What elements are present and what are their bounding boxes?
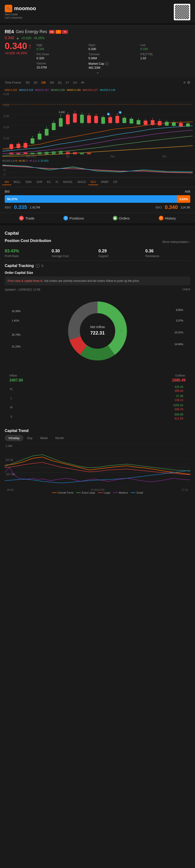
bbo-bid-label: BBO bbox=[5, 206, 11, 209]
tab-mavol[interactable]: MAVOL bbox=[61, 179, 75, 185]
more-interpretation-btn[interactable]: More Interpretation › bbox=[162, 240, 190, 244]
tab-arbr[interactable]: ARBR bbox=[98, 179, 111, 185]
bar-s-label: S bbox=[9, 415, 13, 418]
inflow-outflow: Inflow: 2407.80 Outflow: 1685.49 bbox=[9, 374, 186, 382]
ask-label: Ask bbox=[185, 190, 190, 193]
pct-rightupper: 3.37% bbox=[176, 319, 183, 322]
inflow-item: Inflow: 2407.80 bbox=[9, 374, 23, 382]
bar-l: L 57.88 138.12 bbox=[9, 395, 186, 402]
tab-sar[interactable]: SAR bbox=[34, 179, 45, 185]
price-chart[interactable]: 0.426 0.361 0.295 0.229 0.164 0.098 bbox=[0, 92, 195, 158]
turnover-val: 5.06M bbox=[88, 56, 138, 60]
tf-1d[interactable]: 1D bbox=[32, 80, 39, 85]
bar-xl-outflow-val: 395.04 bbox=[167, 389, 183, 393]
tab-kdj[interactable]: KDJ bbox=[88, 179, 99, 185]
open-val: 0.330 bbox=[88, 47, 138, 51]
cap-share-icon[interactable]: ⎘ bbox=[41, 264, 43, 268]
legend-small-line bbox=[131, 492, 135, 493]
bar-m-outflow-val: 540.70 bbox=[167, 408, 183, 411]
trend-tab-month[interactable]: Month bbox=[51, 435, 68, 441]
stock-change-abs: +0.020 bbox=[21, 36, 31, 40]
history-button[interactable]: ⏱ History bbox=[159, 216, 176, 220]
trend-chart[interactable]: 1.20M 277.7K -217.78K bbox=[5, 444, 190, 487]
positions-icon: ☰ bbox=[63, 216, 68, 220]
bar-s-inflow-val: 868.98 bbox=[167, 413, 183, 416]
tf-1min[interactable]: 1m bbox=[71, 80, 79, 85]
legend-large: Large bbox=[98, 491, 110, 494]
tab-boll[interactable]: BOLL bbox=[11, 179, 23, 185]
tab-cr[interactable]: CR bbox=[111, 179, 120, 185]
position-cost-section: Position Cost Distribution More Interpre… bbox=[5, 239, 190, 258]
qr-code bbox=[174, 4, 190, 20]
stock-stats: High 0.345 Open 0.330 Low 0.330 Pre Clos… bbox=[37, 43, 190, 69]
positions-label: Positions bbox=[70, 216, 84, 220]
list-icon[interactable]: ≡ bbox=[184, 81, 186, 85]
svg-text:▲: ▲ bbox=[119, 112, 121, 114]
resistance-lbl: Resistance bbox=[145, 254, 190, 258]
trade-label: Trade bbox=[25, 216, 34, 220]
cap-info-icon[interactable]: i bbox=[36, 264, 40, 268]
trend-tab-intraday[interactable]: Intraday bbox=[5, 435, 23, 441]
x-labels: 09:50 12:00/13:00 17:16 bbox=[5, 488, 190, 491]
stat-turnover: Turnover 5.06M bbox=[88, 53, 138, 60]
tab-macd[interactable]: MACD bbox=[75, 179, 88, 185]
tab-ma[interactable]: MA bbox=[2, 179, 11, 185]
tab-ic[interactable]: IC bbox=[53, 179, 61, 185]
header: 🐾 moomoo Next trade Let's moomoo bbox=[0, 0, 195, 23]
tagline: Next trade Let's moomoo bbox=[5, 13, 36, 19]
action-bar: ⊘ Trade ☰ Positions 📋 Orders ⏱ History bbox=[0, 213, 195, 223]
positions-button[interactable]: ☰ Positions bbox=[63, 216, 84, 220]
svg-text:50: 50 bbox=[3, 169, 6, 171]
trend-tab-week[interactable]: Week bbox=[36, 435, 51, 441]
legend-medium-label: Medium bbox=[119, 491, 128, 494]
svg-rect-84 bbox=[66, 152, 70, 154]
kdj-chart[interactable]: 80 50 20 bbox=[0, 163, 195, 177]
trade-button[interactable]: ⊘ Trade bbox=[19, 216, 34, 220]
orders-button[interactable]: 📋 Orders bbox=[113, 216, 130, 220]
tab-kc[interactable]: KC bbox=[44, 179, 53, 185]
x-label-mid: 12:00/13:00 bbox=[91, 488, 104, 491]
bbo-right: BBO 0.340 114.3K bbox=[155, 204, 190, 210]
svg-text:1.20M: 1.20M bbox=[6, 445, 12, 447]
position-cost-header: Position Cost Distribution More Interpre… bbox=[5, 239, 190, 245]
low-val: 0.330 bbox=[140, 47, 190, 51]
svg-rect-86 bbox=[80, 153, 84, 154]
ma10: MA10:0.318 bbox=[19, 89, 33, 91]
orders-label: Orders bbox=[119, 216, 130, 220]
tf-4h[interactable]: 4h bbox=[79, 80, 86, 85]
svg-rect-85 bbox=[73, 152, 77, 154]
bbo-bid-price: 0.335 bbox=[14, 204, 27, 210]
updated-text: Updated：12/09/2021 12:58 bbox=[5, 288, 40, 292]
tf-1m[interactable]: 1M bbox=[47, 80, 55, 85]
price-arrow: ▲ bbox=[16, 36, 19, 40]
bid-label: Bid bbox=[5, 190, 9, 193]
tf-1w[interactable]: 1W bbox=[39, 80, 48, 85]
stock-header: RE4 Geo Energy Res SG ⚡ ♥ 0.340 ▲ +0.020… bbox=[0, 25, 195, 78]
settings-icon[interactable]: ⚙ bbox=[187, 80, 190, 85]
bar-l-outflow-val: 138.12 bbox=[167, 399, 183, 402]
pct-leftup: 1.41% bbox=[12, 319, 19, 322]
chart-legend: Overall Trend Extra Large Large Medium S… bbox=[5, 491, 190, 499]
timeframe-bar: Time Frame 5D 1D 1W 1M 1Q 1Y 1m 4h ≡ ⚙ bbox=[0, 78, 195, 88]
logo-area: 🐾 moomoo Next trade Let's moomoo bbox=[5, 5, 36, 19]
trade-icon: ⊘ bbox=[19, 216, 24, 220]
svg-text:20: 20 bbox=[3, 174, 6, 176]
info-icon[interactable]: i bbox=[105, 62, 109, 65]
trend-tab-day[interactable]: Day bbox=[23, 435, 36, 441]
tf-5d[interactable]: 5D bbox=[24, 80, 32, 85]
tab-ema[interactable]: EMA bbox=[23, 179, 34, 185]
tf-1y[interactable]: 1Y bbox=[64, 80, 71, 85]
stat-open: Open 0.330 bbox=[88, 43, 138, 51]
svg-text:0.361: 0.361 bbox=[3, 104, 9, 106]
svg-text:Nov: Nov bbox=[111, 155, 115, 158]
tf-1q[interactable]: 1Q bbox=[55, 80, 63, 85]
badge-flash: ⚡ bbox=[55, 30, 61, 34]
svg-text:277.7K: 277.7K bbox=[6, 459, 13, 462]
chevron-down[interactable]: ⌄ bbox=[5, 69, 190, 74]
volume-val: 15.07M bbox=[37, 66, 86, 69]
support-stat: 0.29 Support bbox=[99, 249, 144, 258]
bar-m-label: M bbox=[9, 406, 13, 409]
x-label-end: 17:16 bbox=[181, 488, 188, 491]
ask-bar: 5.63% bbox=[177, 195, 190, 203]
pct-bottomright: 14.94% bbox=[174, 343, 183, 346]
